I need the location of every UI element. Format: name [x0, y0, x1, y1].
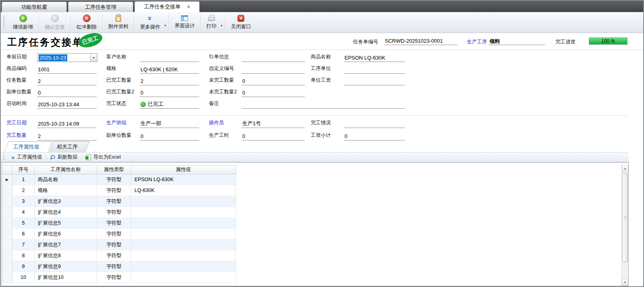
toolbar-button-more[interactable]: »更多操作 [135, 12, 165, 33]
field-value-undone-qty[interactable]: 0 [242, 77, 305, 85]
field-value-finish-status[interactable]: 已完工 [140, 100, 199, 109]
cell-no: 8 [12, 250, 35, 261]
table-row[interactable]: 3扩展信息3字符型 [2, 196, 236, 207]
field-label-unit-wage: 单位工资 [311, 77, 344, 85]
scroll-up-icon[interactable]: ▲ [622, 165, 628, 172]
add-icon: + [19, 14, 27, 22]
field-value-sub-unit-qty[interactable]: 0 [37, 89, 97, 97]
field-value-product-code[interactable]: 1001 [37, 65, 97, 74]
field-label-work-hours: 生产工时 [209, 132, 242, 140]
window-tab-label: 工序任务交接单 [144, 3, 180, 10]
field-label-undone-qty: 未完工数量 [209, 77, 242, 85]
table-row[interactable]: 6扩展信息6字符型 [2, 229, 236, 240]
process-link-label[interactable]: 生产工序 [467, 39, 487, 45]
window-tab[interactable]: 工序任务管理 [68, 2, 133, 12]
form-field-finish-qty: 完工数量2 [6, 131, 97, 140]
table-row[interactable]: 5扩展信息5字符型 [2, 218, 236, 229]
field-value-sub-unit-qty2[interactable]: 0 [140, 132, 199, 140]
field-value-finish-qty[interactable]: 2 [37, 132, 97, 140]
table-row[interactable]: ▶1商品名称字符型EPSON LQ-630K [2, 174, 236, 185]
table-row[interactable]: 2规格字符型LQ-630K [2, 185, 236, 196]
field-value-process-unit[interactable] [344, 65, 405, 74]
grid-toolbar-props[interactable]: »工序属性值 [7, 153, 46, 162]
field-label-finish-date[interactable]: 完工日期 [6, 120, 37, 128]
field-value-done-qty2[interactable]: 0 [140, 89, 199, 97]
task-no-value[interactable]: SCRWD-20251023-0001 [384, 36, 458, 45]
cell-value [131, 272, 236, 283]
grid-column-header[interactable]: 属性类型 [97, 165, 131, 174]
closewin-icon: × [237, 15, 244, 22]
field-value-unit-wage[interactable] [344, 77, 405, 85]
toolbar-button-add[interactable]: +继续新增 [8, 12, 38, 33]
detail-tab-label: 相关工序 [57, 143, 78, 151]
window-tab[interactable]: 功能导航窗 [2, 2, 67, 12]
grid-toolbar-grip [3, 154, 5, 160]
field-value-start-time[interactable]: 2025-10-23 13:44 [37, 100, 97, 109]
toolbar-button-design[interactable]: 界面设计 [169, 12, 200, 33]
field-value-done-qty[interactable]: 2 [140, 77, 199, 85]
field-value-ref-info[interactable] [242, 54, 305, 62]
field-value-task-qty[interactable]: 2 [37, 77, 97, 85]
detail-tab-1[interactable]: 相关工序 [49, 141, 85, 152]
grid-column-header[interactable]: 工序属性名称 [35, 165, 97, 174]
grid-toolbar-refresh[interactable]: 刷新数据 [47, 153, 82, 162]
confirm-glyph: ✓ [53, 16, 57, 21]
table-row[interactable]: 10扩展信息10字符型 [2, 272, 236, 283]
field-label-team[interactable]: 生产班组 [106, 120, 140, 128]
field-value-undone-qty2[interactable]: 0 [242, 89, 305, 97]
toolbar-button-print[interactable]: 打印 [201, 12, 222, 33]
cell-type: 字符型 [97, 174, 131, 185]
toolbar-button-delete[interactable]: ×红冲删除 [71, 12, 102, 33]
scrollbar-thumb[interactable] [622, 173, 628, 262]
table-row[interactable]: 7扩展信息7字符型 [2, 240, 236, 250]
field-text: 0 [242, 133, 245, 139]
field-value-remark[interactable] [242, 100, 405, 109]
field-value-spec[interactable]: LQ-630K | 620K [140, 65, 199, 74]
scroll-down-icon[interactable]: ▼ [622, 279, 628, 286]
delete-glyph: × [85, 15, 88, 21]
table-row[interactable]: 9扩展信息9字符型 [2, 261, 236, 272]
process-value[interactable]: 领料 [489, 36, 545, 45]
excel-export-icon [86, 155, 91, 160]
double-chevron-icon: » [11, 154, 14, 160]
combo-dropdown-icon[interactable]: ▼ [90, 54, 97, 62]
field-label-finish-qty[interactable]: 完工数量 [6, 132, 37, 140]
table-row[interactable]: 8扩展信息8字符型 [2, 250, 236, 261]
field-text: 2025-10-23 14:09 [38, 121, 79, 127]
dropdown-caret-icon[interactable]: ▼ [164, 24, 167, 27]
closewin-glyph: × [239, 15, 243, 21]
field-value-finish-date[interactable]: 2025-10-23 14:09 [37, 120, 97, 128]
grid-column-header[interactable]: 序号 [12, 165, 35, 174]
cell-name: 商品名称 [35, 174, 97, 185]
toolbar-button-closewin[interactable]: ×关闭窗口 [226, 12, 256, 33]
table-row[interactable]: 4扩展信息4字符型 [2, 207, 236, 218]
dropdown-caret-icon[interactable]: ▼ [220, 24, 223, 27]
grid-panel: 序号工序属性名称属性类型属性值▶1商品名称字符型EPSON LQ-630K2规格… [2, 162, 629, 286]
date-combo-value: 2025-10-23 [39, 54, 67, 61]
toolbar-grip [3, 16, 5, 29]
field-value-wage-subtotal[interactable]: 0 [344, 132, 405, 140]
window-tab[interactable]: 工序任务交接单× [134, 1, 200, 12]
vertical-scrollbar[interactable]: ▲ ▼ [621, 165, 628, 286]
field-value-customer[interactable] [140, 54, 199, 62]
field-value-team[interactable]: 生产一部 [140, 120, 199, 128]
toolbar-separator [134, 15, 134, 30]
tab-close-icon[interactable]: × [187, 4, 190, 10]
toolbar-button-attach[interactable]: 附件资料 [103, 12, 134, 33]
field-label-wage-subtotal: 工资小计 [311, 132, 344, 140]
grid-column-header[interactable]: 属性值 [131, 165, 236, 174]
date-combo[interactable]: 2025-10-23▼ [37, 53, 97, 62]
cell-type: 字符型 [97, 261, 131, 272]
design-icon [181, 15, 188, 21]
field-label-customer: 客户名称 [106, 54, 140, 62]
field-value-product-name[interactable]: EPSON LQ-630K [344, 54, 405, 62]
field-value-finish-info[interactable] [344, 120, 405, 128]
field-label-operator[interactable]: 操作员 [209, 120, 242, 128]
detail-tab-0[interactable]: 工序属性值 [4, 141, 48, 152]
field-value-custom-no[interactable] [242, 65, 305, 74]
field-value-operator[interactable]: 生产1号 [242, 120, 305, 128]
toolbar-button-label: 红冲删除 [76, 24, 97, 31]
grid-toolbar-excel[interactable]: 导出为Excel [82, 153, 125, 162]
more-icon: » [146, 14, 154, 22]
field-value-work-hours[interactable]: 0 [242, 132, 305, 140]
